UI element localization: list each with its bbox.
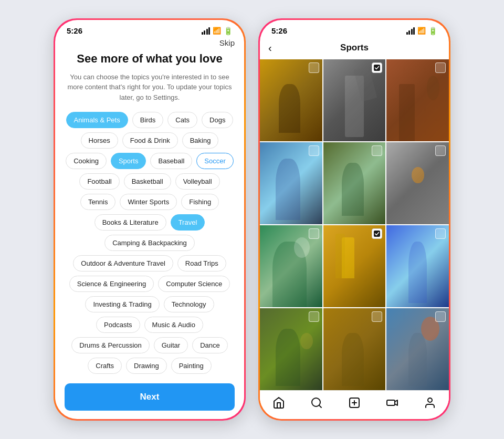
battery-icon-1: 🔋 <box>224 27 233 35</box>
tag-drawing[interactable]: Drawing <box>126 358 167 374</box>
phone-1-wrapper: 5:26 📶 🔋 Skip See more of what you love … <box>54 18 246 421</box>
tag-outdoor-adventure-travel[interactable]: Outdoor & Adventure Travel <box>73 255 173 271</box>
tag-crafts[interactable]: Crafts <box>88 358 122 374</box>
tag-guitar[interactable]: Guitar <box>154 337 188 353</box>
tag-football[interactable]: Football <box>79 173 119 190</box>
phone1-scroll-content: Skip See more of what you love You can c… <box>55 38 244 377</box>
grid-image-7[interactable] <box>260 225 322 307</box>
tags-container: Animals & PetsBirdsCatsDogsHorsesFood & … <box>65 112 235 377</box>
status-icons-1: 📶 🔋 <box>202 27 233 35</box>
tag-baking[interactable]: Baking <box>182 132 219 149</box>
grid-image-12[interactable] <box>386 308 449 390</box>
phone-1: 5:26 📶 🔋 Skip See more of what you love … <box>55 20 244 419</box>
grid-image-5[interactable] <box>323 142 386 224</box>
grid-checkbox-4[interactable] <box>309 145 319 156</box>
status-bar-2: 5:26 📶 🔋 <box>260 20 449 38</box>
add-nav-icon[interactable] <box>348 396 361 410</box>
tag-volleyball[interactable]: Volleyball <box>175 173 220 190</box>
grid-checkbox-11[interactable] <box>372 311 382 322</box>
tag-birds[interactable]: Birds <box>132 112 164 128</box>
sports-header: ‹ Sports <box>260 38 449 59</box>
grid-image-2[interactable] <box>323 59 386 141</box>
svg-point-9 <box>428 398 432 402</box>
image-grid <box>260 59 449 390</box>
next-button[interactable]: Next <box>65 383 235 411</box>
tag-travel[interactable]: Travel <box>171 214 205 231</box>
svg-line-3 <box>319 405 321 407</box>
tag-tennis[interactable]: Tennis <box>80 194 116 210</box>
sports-page-title: Sports <box>340 43 369 53</box>
tag-baseball[interactable]: Baseball <box>150 153 192 169</box>
bottom-nav <box>260 390 449 419</box>
tag-drums-percussion[interactable]: Drums & Percussion <box>71 337 149 353</box>
tag-animals-pets[interactable]: Animals & Pets <box>66 112 128 128</box>
tag-technology[interactable]: Technology <box>164 296 214 312</box>
battery-icon-2: 🔋 <box>428 27 437 35</box>
signal-icon-1 <box>202 27 211 35</box>
grid-checkbox-3[interactable] <box>435 62 446 73</box>
skip-row: Skip <box>65 38 235 47</box>
tag-dogs[interactable]: Dogs <box>202 112 233 128</box>
status-time-1: 5:26 <box>67 26 82 35</box>
tag-painting[interactable]: Painting <box>171 358 212 374</box>
wifi-icon-2: 📶 <box>417 27 426 35</box>
video-nav-icon[interactable] <box>385 396 399 410</box>
search-nav-icon[interactable] <box>310 396 323 410</box>
tag-road-trips[interactable]: Road Trips <box>177 255 226 271</box>
tag-cats[interactable]: Cats <box>167 112 197 128</box>
tag-computer-science[interactable]: Computer Science <box>158 276 230 292</box>
grid-image-9[interactable] <box>386 225 449 307</box>
tag-sports[interactable]: Sports <box>111 153 146 169</box>
profile-nav-icon[interactable] <box>423 396 437 410</box>
tag-books-literature[interactable]: Books & Literature <box>94 214 166 231</box>
svg-marker-8 <box>395 400 397 405</box>
grid-checkbox-7[interactable] <box>309 228 319 239</box>
tag-dance[interactable]: Dance <box>192 337 228 353</box>
topics-title: See more of what you love <box>65 51 235 67</box>
grid-checkbox-9[interactable] <box>435 228 446 239</box>
tag-music-audio[interactable]: Music & Audio <box>144 317 203 333</box>
tag-science-engineering[interactable]: Science & Engineering <box>69 276 154 292</box>
signal-icon-2 <box>406 27 415 35</box>
grid-checkbox-5[interactable] <box>372 145 382 156</box>
topics-subtitle: You can choose the topics you're interes… <box>65 72 235 103</box>
grid-image-4[interactable] <box>260 142 322 224</box>
tag-investing-trading[interactable]: Investing & Trading <box>85 296 159 312</box>
grid-checkbox-12[interactable] <box>435 311 446 322</box>
tag-winter-sports[interactable]: Winter Sports <box>120 194 177 210</box>
tag-food-drink[interactable]: Food & Drink <box>122 132 178 149</box>
grid-image-6[interactable] <box>386 142 449 224</box>
grid-checkbox-2[interactable] <box>372 62 382 73</box>
grid-checkbox-8[interactable] <box>372 228 382 239</box>
skip-button[interactable]: Skip <box>219 38 235 47</box>
grid-image-3[interactable] <box>386 59 449 141</box>
phone-2-wrapper: 5:26 📶 🔋 ‹ Sports <box>258 18 450 421</box>
grid-checkbox-1[interactable] <box>309 62 319 73</box>
next-btn-container: Next <box>55 377 244 419</box>
tag-basketball[interactable]: Basketball <box>124 173 171 190</box>
grid-image-10[interactable] <box>260 308 322 390</box>
back-button[interactable]: ‹ <box>268 42 272 54</box>
home-nav-icon[interactable] <box>272 396 286 410</box>
tag-soccer[interactable]: Soccer <box>196 153 233 169</box>
tag-horses[interactable]: Horses <box>81 132 118 149</box>
status-time-2: 5:26 <box>271 26 287 35</box>
tag-cooking[interactable]: Cooking <box>66 153 107 169</box>
grid-image-1[interactable] <box>260 59 322 141</box>
phone-2: 5:26 📶 🔋 ‹ Sports <box>260 20 449 419</box>
status-icons-2: 📶 🔋 <box>406 27 438 35</box>
tag-fishing[interactable]: Fishing <box>181 194 219 210</box>
grid-checkbox-10[interactable] <box>309 311 319 322</box>
tag-camping-backpacking[interactable]: Camping & Backpacking <box>104 235 195 251</box>
wifi-icon-1: 📶 <box>213 27 221 35</box>
grid-checkbox-6[interactable] <box>435 145 446 156</box>
tag-podcasts[interactable]: Podcasts <box>96 317 140 333</box>
sports-feed <box>260 59 449 419</box>
grid-image-8[interactable] <box>323 225 386 307</box>
svg-rect-7 <box>387 400 395 405</box>
grid-image-11[interactable] <box>323 308 386 390</box>
status-bar-1: 5:26 📶 🔋 <box>55 20 244 38</box>
